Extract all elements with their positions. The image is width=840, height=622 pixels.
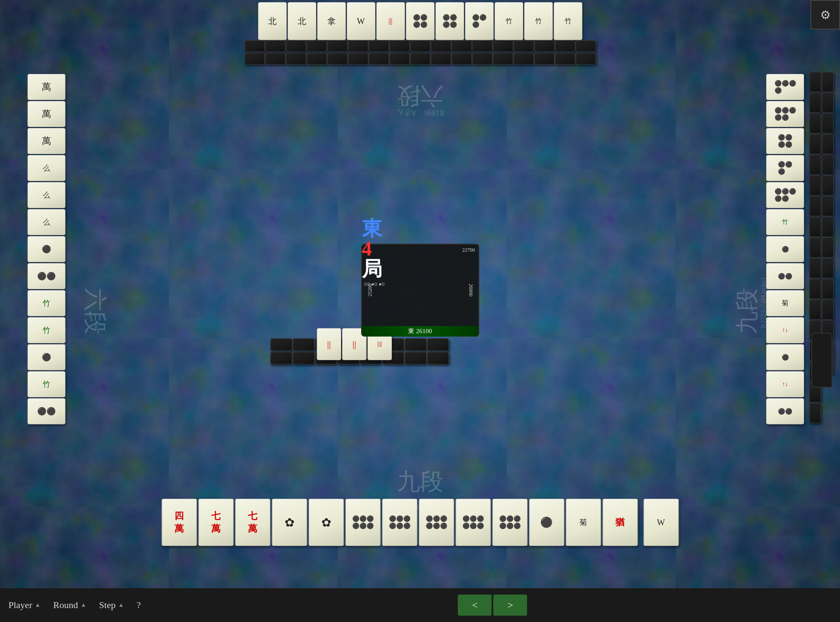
tile: ↑↓ xyxy=(766,371,804,397)
tile: 拿 xyxy=(317,2,346,40)
tile[interactable]: ⚫⚫⚫⚫⚫⚫ xyxy=(455,499,491,546)
help-button[interactable]: ? xyxy=(137,600,141,611)
tile: 竹 xyxy=(766,209,804,235)
tile: 竹 xyxy=(554,2,582,40)
center-main: 東4局 69 ●0 ●0 xyxy=(362,244,387,261)
step-button[interactable]: Step ▲ xyxy=(99,600,124,611)
tile: || xyxy=(317,328,341,360)
tile: ⚫⚫⚫⚫ xyxy=(766,128,804,154)
player-button[interactable]: Player ▲ xyxy=(8,600,41,611)
player-dropdown-icon: ▲ xyxy=(35,602,41,608)
tile[interactable]: ✿ xyxy=(308,499,344,546)
tile[interactable]: ⚫⚫⚫⚫⚫⚫ xyxy=(492,499,527,546)
tile: 萬 xyxy=(27,128,65,154)
right-wall-end xyxy=(811,333,832,388)
tile: ⚫⚫⚫⚫⚫ xyxy=(766,182,804,208)
top-player-rating: R1896 Aさん xyxy=(396,108,444,118)
top-player-tiles: 北 北 拿 W ||| ⚫⚫⚫⚫ ⚫⚫⚫⚫ ⚫⚫⚫ 竹 竹 竹 xyxy=(258,2,582,40)
tile: 么 xyxy=(27,155,65,181)
tile: 竹 xyxy=(27,290,65,316)
tile: ⚫ xyxy=(27,344,65,370)
tile[interactable]: ✿ xyxy=(272,499,307,546)
tile: 竹 xyxy=(524,2,553,40)
center-panel: 22700 25200 26000 東4局 69 ●0 ●0 東 26100 xyxy=(361,244,479,337)
tile[interactable]: 七萬 xyxy=(198,499,234,546)
tile[interactable]: 四萬 xyxy=(161,499,197,546)
tile: ⚫⚫⚫⚫ xyxy=(406,2,435,40)
tile[interactable]: ⚫⚫⚫⚫⚫⚫ xyxy=(419,499,454,546)
top-wall xyxy=(245,40,596,65)
tile: 么 xyxy=(27,182,65,208)
round-wind: 東 xyxy=(362,217,382,239)
tile: ⚫⚫⚫ xyxy=(766,155,804,181)
tile[interactable]: 七萬 xyxy=(235,499,270,546)
round-num: 4 xyxy=(362,237,372,260)
tile[interactable]: ⚫ xyxy=(529,499,564,546)
tile: 菊 xyxy=(766,290,804,316)
bottom-player-score: 東 26100 xyxy=(362,326,478,337)
toolbar-nav: < > xyxy=(458,595,527,616)
tile: ⚫ xyxy=(766,344,804,370)
right-player-tiles: ⚫⚫⚫⚫ ⚫⚫⚫⚫⚫ ⚫⚫⚫⚫ ⚫⚫⚫ ⚫⚫⚫⚫⚫ 竹 ⚫ ⚫⚫ 菊 ↑↓ ⚫ … xyxy=(766,74,804,424)
left-score: 25200 xyxy=(367,284,373,296)
tile: W xyxy=(347,2,375,40)
tile: ⚫⚫⚫⚫ xyxy=(435,2,464,40)
tile: ⚫⚫ xyxy=(766,398,804,424)
tile: 北 xyxy=(258,2,287,40)
tile: ⚫ xyxy=(766,236,804,262)
tile[interactable]: ⚫⚫⚫⚫⚫⚫ xyxy=(382,499,417,546)
round-kanji: 局 xyxy=(362,258,382,280)
tile: ⚫⚫ xyxy=(27,398,65,424)
bottom-player-tiles[interactable]: 四萬 七萬 七萬 ✿ ✿ ⚫⚫⚫⚫⚫⚫ ⚫⚫⚫⚫⚫⚫ ⚫⚫⚫⚫⚫⚫ ⚫⚫⚫⚫⚫⚫… xyxy=(161,499,679,546)
toolbar: Player ▲ Round ▲ Step ▲ ? < > xyxy=(0,588,840,622)
tile: 萬 xyxy=(27,101,65,127)
round-dropdown-icon: ▲ xyxy=(81,602,87,608)
top-player-rank: 六段 xyxy=(397,80,443,111)
settings-button[interactable]: ⚙ xyxy=(810,0,840,30)
tile: ⚫⚫⚫ xyxy=(465,2,494,40)
round-button[interactable]: Round ▲ xyxy=(53,600,87,611)
left-player-tiles: 萬 萬 萬 么 么 么 ⚫ ⚫⚫ 竹 竹 ⚫ 竹 ⚫⚫ xyxy=(27,74,65,424)
tile: 竹 xyxy=(27,317,65,343)
tile[interactable]: ⚫⚫⚫⚫⚫⚫ xyxy=(345,499,381,546)
bottom-player-rank: 九段 xyxy=(397,466,443,497)
tile[interactable]: 菊 xyxy=(565,499,601,546)
right-player-rank: 九段 xyxy=(731,288,763,334)
tile: 萬 xyxy=(27,74,65,100)
tile: ⚫⚫ xyxy=(766,263,804,289)
right-score: 26000 xyxy=(467,284,473,296)
tile: ||| xyxy=(376,2,405,40)
tile: ⚫ xyxy=(27,236,65,262)
tile[interactable]: 猶 xyxy=(602,499,638,546)
left-player-rank: 六段 xyxy=(79,288,111,334)
gear-icon: ⚙ xyxy=(820,8,831,22)
tile: 竹 xyxy=(495,2,523,40)
step-dropdown-icon: ▲ xyxy=(118,602,124,608)
tile: ↑↓ xyxy=(766,317,804,343)
tile: ⚫⚫⚫⚫ xyxy=(766,74,804,100)
tile: ⚫⚫⚫⚫⚫ xyxy=(766,101,804,127)
tile: 竹 xyxy=(27,371,65,397)
tile[interactable]: W xyxy=(643,499,679,546)
nav-prev-button[interactable]: < xyxy=(458,595,492,616)
top-score: 22700 xyxy=(462,247,475,253)
tile: 北 xyxy=(288,2,316,40)
round-display: 東4局 xyxy=(362,218,387,279)
tile: 么 xyxy=(27,209,65,235)
tile: ⚫⚫ xyxy=(27,263,65,289)
nav-next-button[interactable]: > xyxy=(493,595,527,616)
